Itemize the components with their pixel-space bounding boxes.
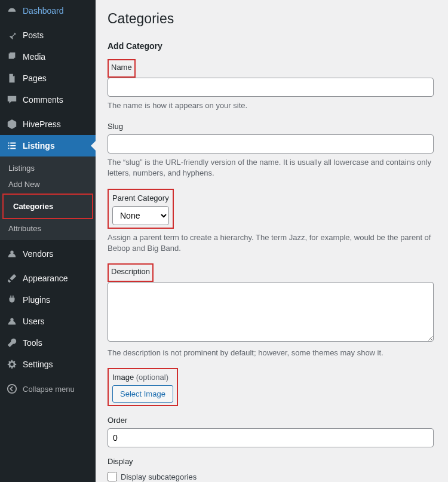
field-parent: Parent Category None Assign a parent ter…: [108, 189, 434, 254]
sidebar-item-label: Pages: [23, 73, 47, 83]
description-label: Description: [111, 267, 150, 276]
field-order: Order: [108, 415, 434, 447]
sidebar-item-label: Tools: [23, 338, 42, 348]
parent-label: Parent Category: [112, 194, 169, 202]
section-heading: Add Category: [108, 41, 434, 51]
collapse-menu[interactable]: Collapse menu: [0, 378, 96, 400]
submenu-item-categories[interactable]: Categories: [8, 198, 87, 214]
listings-submenu: Listings Add New Categories Attributes: [0, 156, 96, 240]
sidebar-item-label: Settings: [23, 360, 53, 369]
brush-icon: [6, 272, 18, 284]
wrench-icon: [6, 337, 18, 349]
dashboard-icon: [6, 5, 18, 17]
name-input[interactable]: [108, 78, 434, 97]
slug-input[interactable]: [108, 134, 434, 153]
order-input[interactable]: [108, 428, 434, 447]
display-subcategories-checkbox[interactable]: [108, 472, 117, 481]
hive-icon: [6, 118, 18, 130]
list-icon: [6, 140, 18, 152]
sidebar-item-label: Vendors: [23, 249, 53, 259]
description-textarea[interactable]: [108, 282, 434, 342]
parent-help: Assign a parent term to create a hierarc…: [108, 232, 434, 254]
sidebar-item-label: Media: [23, 52, 45, 62]
field-description: Description The description is not promi…: [108, 263, 434, 358]
page-title: Categories: [108, 7, 434, 27]
sidebar-item-comments[interactable]: Comments: [0, 89, 96, 110]
collapse-label: Collapse menu: [23, 385, 75, 394]
sidebar-item-vendors[interactable]: Vendors: [0, 243, 96, 265]
sidebar-item-appearance[interactable]: Appearance: [0, 268, 96, 289]
collapse-icon: [6, 383, 18, 395]
display-checkbox-label: Display subcategories: [121, 472, 197, 481]
vendors-icon: [6, 248, 18, 260]
name-label: Name: [111, 63, 132, 72]
sidebar-item-label: Plugins: [23, 295, 50, 305]
submenu-item-add-new[interactable]: Add New: [0, 176, 96, 192]
sidebar-item-label: HivePress: [23, 119, 61, 129]
display-label: Display: [108, 457, 133, 466]
sidebar-item-plugins[interactable]: Plugins: [0, 289, 96, 311]
sidebar-item-label: Appearance: [23, 274, 68, 283]
sidebar-item-label: Comments: [23, 95, 63, 105]
field-name: Name The name is how it appears on your …: [108, 59, 434, 111]
image-optional-note: (optional): [136, 373, 168, 382]
sidebar-item-dashboard[interactable]: Dashboard: [0, 0, 96, 22]
admin-sidebar: Dashboard Posts Media Pages Comments Hiv…: [0, 0, 96, 482]
submenu-item-attributes[interactable]: Attributes: [0, 220, 96, 237]
sidebar-item-posts[interactable]: Posts: [0, 24, 96, 46]
select-image-button[interactable]: Select Image: [112, 385, 173, 403]
sidebar-item-label: Users: [23, 317, 45, 326]
sidebar-item-listings[interactable]: Listings: [0, 135, 96, 156]
field-display: Display Display subcategories: [108, 456, 434, 481]
name-help: The name is how it appears on your site.: [108, 100, 434, 111]
field-image: Image (optional) Select Image: [108, 368, 434, 406]
sidebar-item-hivepress[interactable]: HivePress: [0, 113, 96, 135]
image-label: Image (optional): [112, 373, 168, 382]
description-help: The description is not prominent by defa…: [108, 348, 434, 358]
sidebar-item-pages[interactable]: Pages: [0, 67, 96, 89]
sidebar-item-label: Listings: [23, 141, 55, 151]
sidebar-item-label: Posts: [23, 30, 44, 40]
field-slug: Slug The “slug” is the URL-friendly vers…: [108, 121, 434, 179]
slug-label: Slug: [108, 122, 123, 131]
pin-icon: [6, 29, 18, 41]
sidebar-item-settings[interactable]: Settings: [0, 354, 96, 375]
sidebar-item-tools[interactable]: Tools: [0, 332, 96, 354]
user-icon: [6, 315, 18, 327]
page-icon: [6, 72, 18, 84]
order-label: Order: [108, 416, 127, 425]
comment-icon: [6, 94, 18, 106]
sidebar-item-media[interactable]: Media: [0, 46, 96, 67]
parent-select[interactable]: None: [112, 206, 169, 225]
gear-icon: [6, 358, 18, 370]
plug-icon: [6, 294, 18, 306]
slug-help: The “slug” is the URL-friendly version o…: [108, 157, 434, 179]
media-icon: [6, 51, 18, 63]
svg-point-0: [8, 385, 16, 393]
main-content: Categories Add Category Name The name is…: [96, 0, 448, 482]
sidebar-item-label: Dashboard: [23, 6, 64, 16]
sidebar-item-users[interactable]: Users: [0, 311, 96, 332]
submenu-item-listings[interactable]: Listings: [0, 160, 96, 176]
